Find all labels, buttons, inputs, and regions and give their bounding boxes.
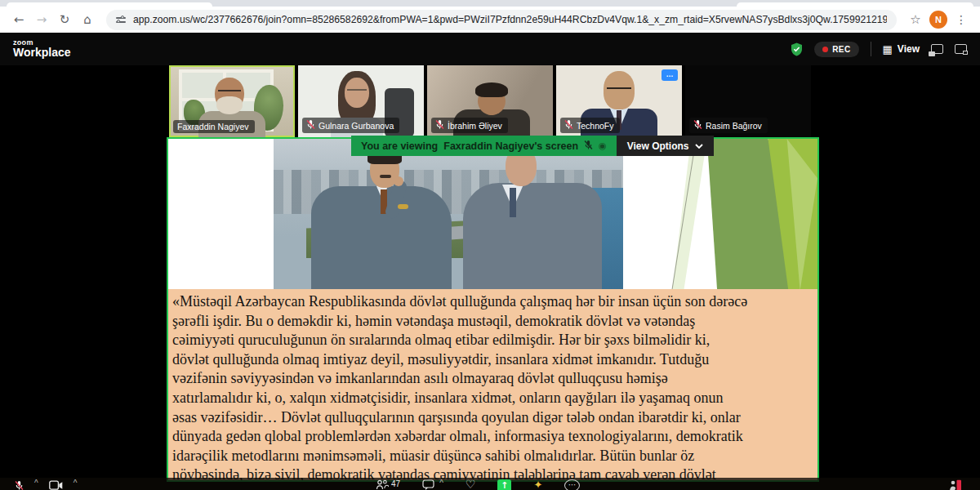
- ai-companion-icon[interactable]: ✦: [533, 479, 542, 490]
- mic-muted-icon: [15, 479, 24, 490]
- scene-person-head: [345, 78, 369, 108]
- slide-green-decoration: [672, 139, 817, 291]
- video-tile-ibrahim[interactable]: İbrahim Əliyev: [427, 65, 553, 137]
- photo-left-man-mustache: [380, 175, 391, 178]
- browser-menu-icon[interactable]: ⋮: [952, 11, 970, 29]
- view-button[interactable]: ▦ View: [883, 43, 920, 55]
- scene-person-glasses: [347, 89, 367, 91]
- home-icon[interactable]: ⌂: [78, 11, 96, 29]
- divider: [871, 42, 871, 56]
- quote-line: vəzifənin səviyyəsindən və imkanlarından…: [172, 369, 809, 389]
- site-info-icon[interactable]: [116, 15, 126, 24]
- chat-options-chevron[interactable]: ^: [439, 479, 443, 488]
- participant-name-label: Rasim Bağırov: [689, 118, 768, 133]
- rec-label: REC: [832, 45, 850, 54]
- url-text: app.zoom.us/wc/2377662676/join?omn=85286…: [133, 14, 887, 25]
- video-tile-faxraddin[interactable]: Faxraddin Nagiyev: [169, 65, 295, 137]
- back-icon[interactable]: ←: [10, 11, 28, 29]
- banner-mic-muted-icon: [584, 139, 593, 154]
- participant-name: Faxraddin Nagiyev: [177, 122, 249, 131]
- quote-line: cəimiyyəti quruculuğunun ön sıralarında …: [172, 331, 809, 350]
- screen-share-banner: You are viewing Faxraddin Nagiyev's scre…: [351, 136, 714, 156]
- forward-icon[interactable]: →: [33, 11, 51, 29]
- participant-name-label: Gulnara Gurbanova: [302, 118, 399, 133]
- browser-tab[interactable]: [7, 2, 212, 7]
- banner-prefix: You are viewing: [361, 140, 438, 152]
- view-options-button[interactable]: View Options: [617, 136, 714, 156]
- chevron-down-icon: [695, 144, 703, 149]
- photo-right-man: [463, 183, 602, 289]
- video-button[interactable]: [49, 479, 63, 490]
- participants-count: 47: [391, 479, 400, 488]
- scene-person-beard: [216, 96, 243, 114]
- zoom-workplace-logo: zoom Workplace: [13, 39, 71, 59]
- expand-window-icon[interactable]: [955, 44, 967, 54]
- camera-icon: [49, 480, 63, 490]
- mic-muted-icon: [435, 119, 444, 131]
- profile-avatar[interactable]: N: [929, 11, 947, 29]
- mic-muted-icon: [306, 119, 315, 131]
- banner-subject: Faxraddin Nagiyev's screen: [443, 140, 578, 152]
- scene-person-glasses: [607, 87, 631, 89]
- video-tile-gulnara[interactable]: Gulnara Gurbanova: [298, 65, 424, 137]
- photo-left-man-watch: [398, 204, 408, 209]
- participant-name: Rasim Bağırov: [706, 121, 762, 131]
- shared-screen: «Müstəqil Azərbaycan Respublikasında döv…: [167, 137, 819, 482]
- video-options-chevron[interactable]: ^: [74, 479, 78, 488]
- participant-name: İbrahim Əliyev: [448, 121, 502, 131]
- shared-screen-photo: [274, 139, 623, 289]
- share-screen-button[interactable]: ↑: [497, 479, 511, 490]
- participants-icon: [376, 479, 389, 490]
- tile-more-options-badge[interactable]: …: [662, 69, 678, 81]
- quote-line: şərəfli işdir. Bu o deməkdir ki, həmin v…: [172, 312, 809, 332]
- logo-line2: Workplace: [13, 47, 71, 59]
- participant-name: Gulnara Gurbanova: [318, 121, 394, 131]
- quote-line: xatırlamalıdır ki, o, xalqın xidmətçisid…: [172, 389, 809, 408]
- participant-name-label: İbrahim Əliyev: [431, 118, 508, 133]
- quote-text: «Müstəqil Azərbaycan Respublikasında döv…: [168, 289, 817, 480]
- browser-tab-strip: [0, 0, 980, 7]
- video-tile-technofy[interactable]: … TechnoFy: [556, 65, 682, 137]
- pip-window-icon[interactable]: [931, 44, 943, 54]
- participant-name-label: TechnoFy: [560, 118, 620, 133]
- scene-person-head: [604, 71, 635, 109]
- banner-recording-icon: ◉: [599, 141, 607, 150]
- browser-tab[interactable]: [737, 2, 973, 7]
- more-options-icon[interactable]: ⋯: [564, 479, 580, 490]
- zoom-app-bar: zoom Workplace REC ▦ View: [0, 33, 980, 65]
- scene-person-hair: [475, 82, 508, 97]
- leave-meeting-icon[interactable]: [949, 479, 962, 490]
- view-options-label: View Options: [627, 140, 689, 152]
- bookmark-star-icon[interactable]: ☆: [906, 11, 924, 29]
- participant-name: TechnoFy: [577, 121, 614, 131]
- recording-badge: REC: [814, 42, 858, 57]
- meeting-bottom-toolbar: ^ ^ 47: [0, 478, 980, 490]
- video-tile-rasim[interactable]: Rasim Bağırov: [685, 65, 811, 137]
- address-bar[interactable]: app.zoom.us/wc/2377662676/join?omn=85286…: [106, 10, 897, 30]
- quote-line: dünyada gedən qlobal problemlərdən xəbər…: [172, 427, 809, 447]
- rec-dot-icon: [822, 47, 828, 52]
- mute-button[interactable]: [15, 479, 24, 490]
- meeting-stage: Faxraddin Nagiyev Gulnara Gurbanova: [0, 65, 980, 490]
- mic-muted-icon: [564, 119, 573, 131]
- mic-options-chevron[interactable]: ^: [34, 479, 38, 488]
- participants-button[interactable]: 47: [376, 479, 400, 490]
- quote-line: əsas vəzifəsidir… Dövlət qulluqçularının…: [172, 408, 809, 428]
- grid-view-icon: ▦: [883, 44, 893, 55]
- quote-line: idarəçilik metodlarını mənimsəməli, müas…: [172, 447, 809, 466]
- reactions-heart-icon[interactable]: ♡: [466, 479, 476, 489]
- participant-name-label: Faxraddin Nagiyev: [173, 120, 255, 133]
- security-shield-icon[interactable]: [791, 42, 803, 56]
- photo-right-man-tie: [510, 188, 516, 217]
- banner-message: You are viewing Faxraddin Nagiyev's scre…: [351, 136, 617, 156]
- chat-icon[interactable]: [422, 479, 434, 490]
- browser-toolbar: ← → ↻ ⌂ app.zoom.us/wc/2377662676/join?o…: [0, 7, 980, 33]
- reload-icon[interactable]: ↻: [56, 11, 74, 29]
- view-label: View: [898, 43, 920, 55]
- mic-muted-icon: [693, 119, 702, 131]
- participant-filmstrip: Faxraddin Nagiyev Gulnara Gurbanova: [0, 65, 980, 137]
- quote-line: dövlət qulluğunda olmaq imtiyaz deyil, m…: [172, 350, 809, 370]
- scene-person-glasses: [218, 90, 241, 91]
- quote-line: «Müstəqil Azərbaycan Respublikasında döv…: [172, 292, 809, 312]
- zoom-meeting-window: ← → ↻ ⌂ app.zoom.us/wc/2377662676/join?o…: [0, 0, 980, 490]
